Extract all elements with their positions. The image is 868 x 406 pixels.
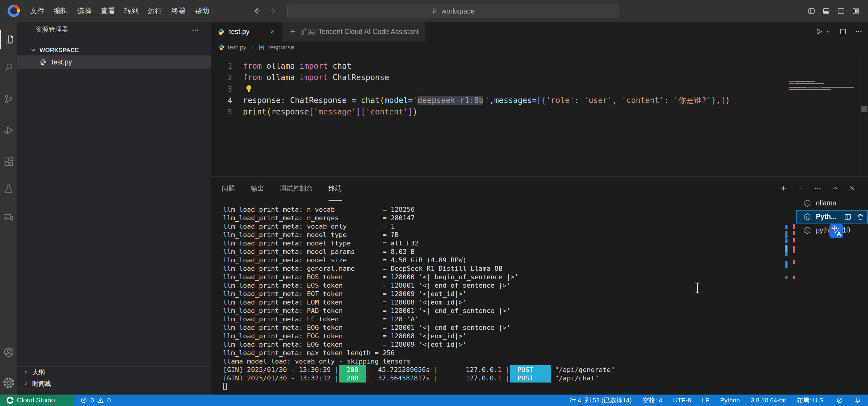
error-count: 0 <box>90 397 94 404</box>
status-bar: Cloud Studio 0 0 行 4, 列 52 (已选择14) 空格: 4… <box>0 395 868 406</box>
menu-terminal[interactable]: 终端 <box>171 6 186 16</box>
customize-layout-icon[interactable] <box>852 7 860 15</box>
cloud-studio-status-button[interactable]: Cloud Studio <box>0 395 73 406</box>
tab-problems[interactable]: 问题 <box>222 176 235 201</box>
encoding-status[interactable]: UTF-8 <box>673 397 691 404</box>
menu-bar: 文件 编辑 选择 查看 转到 运行 终端 帮助 <box>30 0 209 22</box>
feedback-icon[interactable] <box>836 397 843 404</box>
tab-close-icon[interactable] <box>269 28 276 35</box>
chevron-right-icon <box>23 381 29 387</box>
code-line[interactable]: 2from ollama import ChatResponse <box>211 72 868 83</box>
extensions-icon[interactable] <box>0 153 17 171</box>
forward-icon[interactable] <box>268 6 277 15</box>
run-dropdown-chevron-icon[interactable] <box>825 29 831 35</box>
terminal-line <box>223 382 781 391</box>
source-control-icon[interactable] <box>0 90 17 108</box>
explorer-sidebar: 资源管理器 WORKSPACE test.py 大纲 时间线 <box>17 22 211 395</box>
settings-gear-icon[interactable] <box>0 373 17 392</box>
editor-more-actions-icon[interactable] <box>855 28 863 36</box>
indentation-status[interactable]: 空格: 4 <box>643 396 662 405</box>
terminal-line: llm_load_print_meta: model params = 8.03… <box>223 247 781 256</box>
translate-button[interactable]: 中 A <box>830 224 843 238</box>
explorer-icon[interactable] <box>0 30 18 49</box>
terminal-line: llm_load_print_meta: EOM token = 128008 … <box>223 298 781 307</box>
file-item-testpy[interactable]: test.py <box>17 56 211 69</box>
breadcrumb-file[interactable]: test.py <box>228 44 247 51</box>
tab-terminal[interactable]: 终端 <box>329 176 342 201</box>
terminal-dropdown-chevron-icon[interactable] <box>798 185 804 191</box>
kill-terminal-trash-icon[interactable] <box>857 213 864 221</box>
terminal-decoration <box>785 276 787 279</box>
bottom-panel: 问题 输出 调试控制台 终端 llm_load_print_meta: n_vo… <box>211 176 868 395</box>
tab-debug-console[interactable]: 调试控制台 <box>280 176 313 201</box>
python-file-icon <box>218 28 225 35</box>
terminal-decoration <box>793 231 795 235</box>
python-file-icon <box>218 44 225 50</box>
breadcrumb-symbol[interactable]: response <box>268 44 294 51</box>
comments-icon[interactable] <box>0 208 17 227</box>
terminal-item-label: Pyth... <box>816 213 837 221</box>
command-center-search[interactable]: workspace <box>287 4 618 19</box>
terminal-decoration <box>793 238 795 242</box>
notifications-bell-icon[interactable] <box>854 397 861 404</box>
run-python-button[interactable] <box>814 27 831 36</box>
code-line[interactable]: 5print(response['message']['content']) <box>211 106 868 117</box>
run-debug-icon[interactable] <box>0 121 17 140</box>
testing-icon[interactable] <box>0 179 17 198</box>
code-line[interactable]: 4response: ChatResponse = chat(model='de… <box>211 95 868 106</box>
tab-output[interactable]: 输出 <box>251 176 264 201</box>
terminal-decoration <box>793 246 795 249</box>
cloud-studio-mini-logo-icon <box>6 396 14 404</box>
cursor-position-status[interactable]: 行 4, 列 52 (已选择14) <box>569 396 632 405</box>
menu-help[interactable]: 帮助 <box>195 6 209 16</box>
menu-file[interactable]: 文件 <box>30 6 44 16</box>
terminal-line: [GIN] 2025/01/30 - 13:32:12 | 200 | 37.5… <box>223 374 781 382</box>
terminal-item-label: ollama <box>816 199 836 207</box>
split-terminal-icon[interactable] <box>844 213 852 221</box>
code-line[interactable]: 1from ollama import chat <box>211 60 868 72</box>
keyboard-layout-status[interactable]: 布局: U.S. <box>797 396 825 405</box>
search-sidebar-icon[interactable] <box>0 59 17 77</box>
panel-more-actions-icon[interactable] <box>814 184 822 192</box>
chevron-right-icon <box>23 369 29 375</box>
terminal-line: llm_load_print_meta: BOS token = 128000 … <box>223 273 781 281</box>
menu-edit[interactable]: 编辑 <box>54 6 68 16</box>
code-editor[interactable]: 1from ollama import chat2from ollama imp… <box>211 53 868 176</box>
language-mode-status[interactable]: Python <box>720 397 740 404</box>
maximize-panel-icon[interactable] <box>832 185 838 192</box>
timeline-section[interactable]: 时间线 <box>17 378 211 390</box>
account-icon[interactable] <box>0 343 17 362</box>
close-panel-icon[interactable] <box>849 184 856 192</box>
terminal-line: llm_load_print_meta: max token length = … <box>223 349 781 357</box>
toggle-primary-sidebar-icon[interactable] <box>808 7 815 15</box>
terminal-decoration <box>785 234 787 238</box>
menu-goto[interactable]: 转到 <box>124 6 138 16</box>
tab-testpy[interactable]: test.py <box>211 22 282 41</box>
warning-count: 0 <box>107 397 111 404</box>
new-terminal-icon[interactable] <box>779 184 787 192</box>
split-editor-icon[interactable] <box>839 28 847 36</box>
menu-view[interactable]: 查看 <box>101 6 115 16</box>
menu-run[interactable]: 运行 <box>148 6 162 16</box>
minimap[interactable] <box>789 81 854 92</box>
code-line[interactable]: 3 <box>211 83 868 95</box>
terminal-line: llm_load_print_meta: model type = ?B <box>223 231 781 239</box>
explorer-more-actions-icon[interactable] <box>191 26 199 34</box>
editor-scrollbar-thumb[interactable] <box>861 106 867 112</box>
editor-region: test.py 扩展: Tencent Cloud AI Code Assist… <box>211 22 868 395</box>
terminal-output[interactable]: llm_load_print_meta: n_vocab = 128256llm… <box>223 205 781 392</box>
outline-section[interactable]: 大纲 <box>17 366 211 378</box>
back-icon[interactable] <box>253 6 261 15</box>
menu-selection[interactable]: 选择 <box>77 6 92 16</box>
toggle-secondary-sidebar-icon[interactable] <box>837 7 845 15</box>
python-interpreter-status[interactable]: 3.8.10 64-bit <box>751 397 786 404</box>
terminal-item-python[interactable]: Pyth... <box>796 210 868 224</box>
terminal-item-ollama[interactable]: ollama <box>796 196 868 210</box>
toggle-panel-icon[interactable] <box>823 7 830 15</box>
tab-extension-assistant[interactable]: 扩展: Tencent Cloud AI Code Assistant <box>282 22 425 41</box>
editor-scrollbar[interactable] <box>860 53 860 176</box>
problems-status[interactable]: 0 0 <box>80 395 111 406</box>
eol-status[interactable]: LF <box>702 397 710 404</box>
quick-fix-lightbulb-icon[interactable] <box>245 84 253 93</box>
workspace-section-header[interactable]: WORKSPACE <box>17 44 211 56</box>
